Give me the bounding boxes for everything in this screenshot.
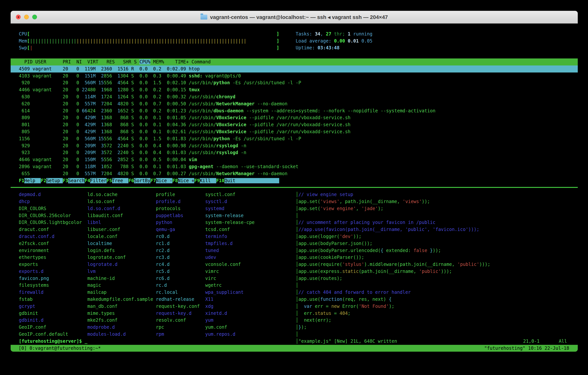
process-row: 801 20 0 429M 1368 868 S 0.0 0.1 0:04.36…	[10, 121, 578, 128]
file-entry: dracut.conf.d	[19, 234, 54, 239]
htop-column-headers[interactable]: MEM% TIME+ Command	[150, 59, 211, 64]
vim-line: app.use(bodyParser.json());	[298, 241, 372, 246]
file-entry: rc4.d	[156, 262, 169, 267]
vim-line: Error(	[339, 304, 359, 309]
terminal-content[interactable]: CPU[ ] Tasks: 34, 27 thr; 1 running Mem[…	[10, 23, 578, 345]
file-entry: dracut.conf	[19, 227, 49, 232]
process-basename: tmux	[189, 87, 200, 92]
bottom-row: dhcp ld.so.conf profile.d sysctl.d │app.…	[10, 198, 578, 205]
fkey-f4-label[interactable]: Filter	[90, 178, 107, 183]
file-entry: gdbinit.d	[19, 318, 43, 323]
file-entry: request-key.conf	[156, 304, 200, 309]
fkey-f8-label[interactable]: Nice +	[178, 178, 194, 183]
process-row: 4466 vagrant 20 0 22480 1968 1280 S 0.0 …	[10, 86, 578, 93]
tmux-host-clock: "futurehosting" 10:16 22-Jul-18	[484, 345, 578, 352]
bottom-row: GeoIP.conf modprobe.d rpc yum.conf │});	[10, 324, 578, 331]
fkey-f5[interactable]: F5	[107, 178, 112, 183]
htop-column-headers[interactable]: PID USER PRI NI VIRT RES SHR S	[10, 59, 139, 64]
vim-line: 404	[339, 311, 348, 316]
file-entry: rc.d	[156, 283, 167, 288]
pane-border: │	[296, 283, 298, 288]
fkey-f3-label[interactable]: Search	[68, 178, 84, 183]
process-basename: chronyd	[216, 94, 235, 99]
file-entry: rc2.d	[156, 248, 169, 253]
file-entry: lvm	[87, 269, 95, 274]
vim-line: }	[298, 324, 301, 330]
fkey-f2[interactable]: F2	[41, 178, 46, 183]
file-entry: systemd	[205, 206, 224, 211]
pane-border: │	[296, 262, 298, 267]
vim-line: ).middleware(path.join(__dirname,	[364, 262, 457, 267]
file-entry: locale.conf	[87, 234, 118, 239]
file-entry: request-key.d	[156, 311, 192, 316]
file-entry: profile	[156, 192, 175, 197]
vim-line: , path.join(__dirname,	[339, 199, 402, 204]
file-entry: tcsd.conf	[205, 227, 230, 232]
fkey-f7-label[interactable]: Nice -	[156, 178, 172, 183]
process-row: 620 20 0 557M 7204 4820 S 0.0 0.7 0:00.5…	[10, 100, 578, 107]
vim-status-message: "example.js" [New] 21L, 648C written	[298, 339, 397, 344]
vim-line: );	[389, 304, 394, 309]
pane-border: │	[296, 220, 298, 225]
pane-border: │	[296, 241, 298, 246]
fkey-f9[interactable]: F9	[194, 178, 200, 183]
pane-border: │	[296, 199, 298, 204]
fkey-f6-label[interactable]: SortBy	[134, 178, 150, 183]
file-entry: libuser.conf	[87, 227, 120, 232]
vim-line: app.use(cookieParser());	[298, 255, 364, 260]
vim-line: 'views'	[320, 199, 339, 204]
process-row-text: 4509 vagrant 20 0 119M 2360 1516 R 0.0 0…	[10, 66, 200, 72]
process-basename: vim	[189, 157, 197, 162]
fkey-f1-label[interactable]: Help	[24, 178, 41, 183]
zoom-button[interactable]	[32, 15, 37, 19]
vim-line: app.use(express.	[298, 269, 342, 274]
fkey-f4[interactable]: F4	[84, 178, 90, 183]
swp-meter: Swp[| ] Uptime: 03:43:48	[10, 44, 578, 52]
vim-line: app.set(	[298, 206, 320, 211]
file-entry: machine-id	[87, 276, 115, 281]
swp-meter-ticks: |	[30, 45, 32, 51]
vim-line: 'dev'	[339, 234, 353, 239]
file-entry: firewalld	[19, 289, 43, 295]
fkey-f1[interactable]: F1	[19, 178, 24, 183]
fkey-f10[interactable]: F10	[216, 178, 224, 183]
process-row: 4103 vagrant 20 0 151M 2856 1304 S 0.0 0…	[10, 73, 578, 79]
pane-border: │	[296, 192, 298, 197]
file-entry: DIR_COLORS.256color	[19, 213, 71, 218]
fkey-f6[interactable]: F6	[128, 178, 134, 183]
pane-border: │	[296, 304, 298, 309]
fkey-f10-label[interactable]: Quit	[224, 178, 241, 183]
pane-border: │	[296, 311, 298, 316]
file-entry: protocols	[156, 206, 180, 211]
file-entry: GeoIP.conf	[19, 324, 46, 330]
fkey-f5-label[interactable]: Tree	[112, 178, 129, 183]
pane-border: │	[296, 206, 298, 211]
terminal-cursor: _	[84, 339, 87, 344]
process-basename: VBoxService	[216, 115, 246, 120]
sort-column-header[interactable]: CPU%	[139, 59, 150, 64]
fkey-f3[interactable]: F3	[63, 178, 68, 183]
desktop: { "window": { "title": "vagrant-centos —…	[0, 0, 588, 375]
fkey-f9-label[interactable]: Kill	[200, 178, 216, 183]
close-button[interactable]	[16, 15, 21, 19]
file-entry: qemu-ga	[156, 227, 175, 232]
bottom-row: filesystems magic rc.d wgetrc │	[10, 282, 578, 289]
file-entry: exports.d	[19, 269, 43, 274]
file-entry: rpc	[156, 324, 164, 330]
file-entry: logrotate.conf	[87, 255, 126, 260]
vim-line: //app.use(favicon(path.join(__dirname, '…	[298, 227, 479, 232]
cpu-meter-label: CPU	[19, 31, 27, 37]
fkey-f8[interactable]: F8	[172, 178, 178, 183]
minimize-button[interactable]	[24, 15, 29, 19]
window-titlebar[interactable]: vagrant-centos — vagrant@localhost:~ — s…	[10, 11, 578, 23]
pane-border: │	[296, 297, 298, 302]
pane-border: │	[296, 269, 298, 274]
file-entry: puppetlabs	[156, 213, 183, 218]
process-basename: sshd:	[189, 73, 202, 79]
blank-row	[10, 23, 578, 31]
file-entry: localtime	[87, 241, 112, 246]
fkey-f7[interactable]: F7	[150, 178, 156, 183]
file-entry: ld.so.conf	[87, 199, 115, 204]
fkey-f2-label[interactable]: Setup	[46, 178, 63, 183]
file-entry: sysctl.d	[205, 199, 227, 204]
